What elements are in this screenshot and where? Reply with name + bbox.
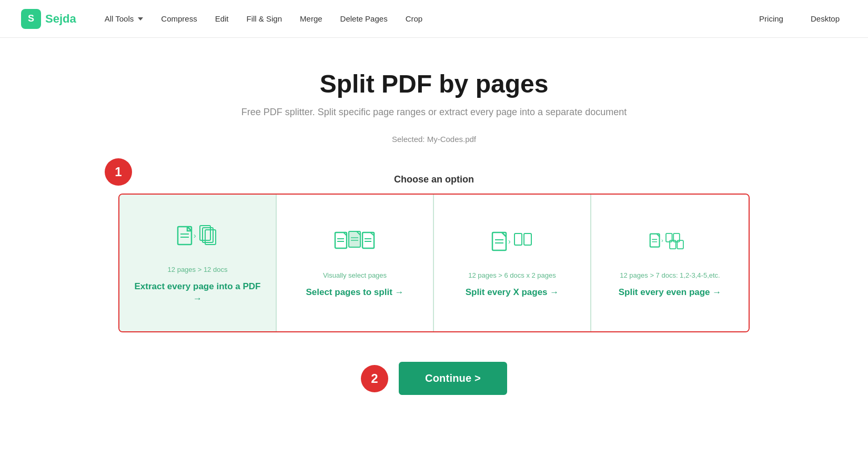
svg-rect-20	[514, 233, 522, 245]
nav-links: All Tools Compress Edit Fill & Sign Merg…	[97, 10, 752, 27]
page-title: Split PDF by pages	[320, 69, 549, 98]
nav-edit[interactable]: Edit	[208, 10, 236, 27]
extract-every-icon: ›	[177, 224, 219, 257]
option-split-every-x-desc: 12 pages > 6 docs x 2 pages	[468, 271, 556, 279]
option-select-pages[interactable]: Visually select pages Select pages to sp…	[277, 195, 434, 331]
nav-fill-sign[interactable]: Fill & Sign	[239, 10, 290, 27]
svg-text:›: ›	[194, 231, 196, 240]
options-label: Choose an option	[118, 174, 750, 185]
svg-text:›: ›	[661, 237, 663, 243]
options-grid: › 12 pages > 12 docs Extract every page …	[118, 194, 750, 332]
nav-desktop[interactable]: Desktop	[803, 10, 847, 27]
nav-all-tools[interactable]: All Tools	[97, 10, 151, 27]
option-split-every-x[interactable]: › 12 pages > 6 docs x 2 pages Split ever…	[434, 195, 591, 331]
select-pages-icon	[334, 229, 376, 263]
options-section: 1 Choose an option	[118, 165, 750, 332]
nav-pricing[interactable]: Pricing	[752, 10, 791, 27]
logo-name: Sejda	[45, 12, 76, 26]
svg-rect-7	[335, 232, 347, 248]
option-extract-every-label: Extract every page into a PDF →	[132, 281, 263, 304]
options-container: › 12 pages > 12 docs Extract every page …	[118, 194, 750, 332]
option-extract-every-desc: 12 pages > 12 docs	[168, 266, 228, 273]
nav-right: Pricing Desktop	[752, 10, 847, 27]
logo-link[interactable]: S Sejda	[21, 9, 76, 29]
nav-merge[interactable]: Merge	[292, 10, 330, 27]
selected-file-info: Selected: My-Codes.pdf	[392, 135, 476, 144]
option-extract-every[interactable]: › 12 pages > 12 docs Extract every page …	[119, 195, 277, 331]
continue-section: 2 Continue >	[361, 362, 507, 395]
option-split-even[interactable]: › 12 pages > 7 docs: 1,2-3,4-5,etc. Spli…	[591, 195, 749, 331]
option-split-even-label: Split every even page →	[619, 287, 722, 298]
option-select-pages-desc: Visually select pages	[323, 271, 387, 279]
svg-rect-13	[362, 232, 374, 248]
step2-badge: 2	[361, 365, 388, 392]
svg-rect-21	[524, 233, 531, 245]
logo-icon: S	[21, 9, 41, 29]
option-split-every-x-label: Split every X pages →	[466, 287, 559, 298]
chevron-down-icon	[138, 17, 143, 21]
continue-button[interactable]: Continue >	[399, 362, 507, 395]
split-every-x-icon: ›	[491, 229, 533, 263]
option-select-pages-label: Select pages to split →	[306, 287, 403, 298]
option-split-even-desc: 12 pages > 7 docs: 1,2-3,4-5,etc.	[620, 271, 720, 279]
nav-compress[interactable]: Compress	[154, 10, 204, 27]
main-content: Split PDF by pages Free PDF splitter. Sp…	[0, 38, 868, 437]
step1-badge: 1	[105, 158, 132, 186]
nav-delete-pages[interactable]: Delete Pages	[333, 10, 395, 27]
svg-text:›: ›	[508, 237, 511, 246]
page-subtitle: Free PDF splitter. Split specific page r…	[241, 107, 627, 118]
nav-crop[interactable]: Crop	[398, 10, 430, 27]
split-even-icon: ›	[649, 229, 691, 263]
navbar: S Sejda All Tools Compress Edit Fill & S…	[0, 0, 868, 38]
